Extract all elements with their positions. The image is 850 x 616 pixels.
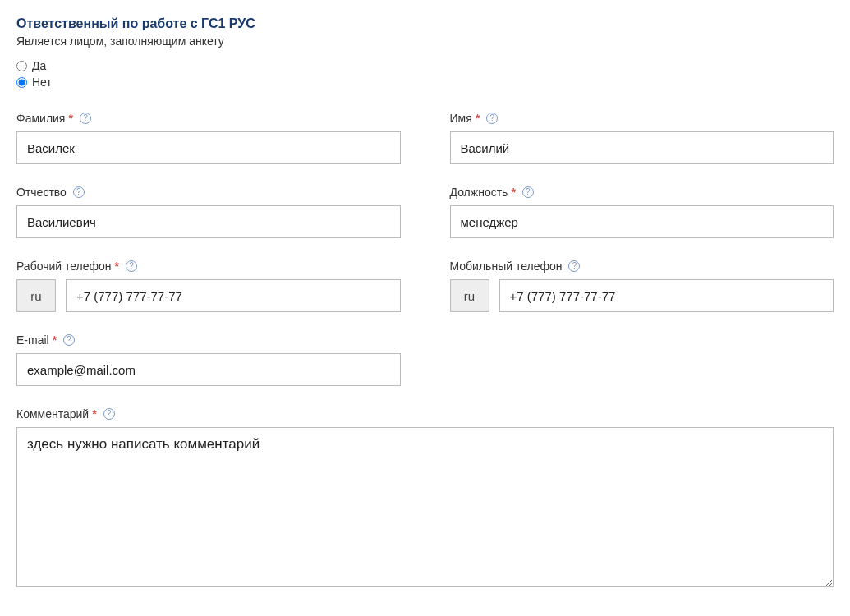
- required-asterisk: *: [92, 407, 96, 421]
- position-field: Должность * ?: [450, 186, 834, 238]
- help-icon[interactable]: ?: [486, 113, 498, 124]
- radio-no-label: Нет: [32, 76, 52, 89]
- radio-yes-row[interactable]: Да: [16, 59, 834, 72]
- email-field: E-mail * ?: [16, 333, 401, 386]
- mobile-phone-input[interactable]: [499, 279, 834, 312]
- mobile-phone-label: Мобильный телефон: [450, 260, 563, 273]
- comment-field: Комментарий * ? здесь нужно написать ком…: [16, 407, 834, 587]
- patronymic-input[interactable]: [16, 205, 401, 238]
- is-filler-radio-group: Да Нет: [16, 59, 834, 89]
- required-asterisk: *: [476, 112, 480, 125]
- lastname-label: Фамилия: [16, 112, 65, 125]
- help-icon[interactable]: ?: [63, 334, 75, 346]
- section-subtitle: Является лицом, заполняющим анкету: [16, 34, 834, 48]
- position-label: Должность: [450, 186, 508, 199]
- firstname-input[interactable]: [450, 131, 834, 164]
- patronymic-label: Отчество: [16, 186, 67, 199]
- mobile-phone-field: Мобильный телефон ? ru: [450, 260, 834, 312]
- radio-no-row[interactable]: Нет: [16, 76, 834, 89]
- lastname-input[interactable]: [16, 131, 401, 164]
- required-asterisk: *: [53, 333, 57, 347]
- help-icon[interactable]: ?: [80, 113, 91, 124]
- comment-label: Комментарий: [16, 407, 89, 421]
- help-icon[interactable]: ?: [522, 186, 534, 198]
- firstname-field: Имя * ?: [450, 112, 834, 164]
- help-icon[interactable]: ?: [126, 260, 137, 272]
- radio-no[interactable]: [16, 77, 27, 88]
- required-asterisk: *: [68, 112, 72, 125]
- email-label: E-mail: [16, 333, 49, 347]
- section-title: Ответственный по работе с ГС1 РУС: [16, 16, 834, 31]
- help-icon[interactable]: ?: [568, 260, 580, 272]
- required-asterisk: *: [115, 260, 119, 273]
- radio-yes-label: Да: [32, 59, 46, 72]
- radio-yes[interactable]: [16, 61, 27, 71]
- firstname-label: Имя: [450, 112, 472, 125]
- position-input[interactable]: [450, 205, 834, 238]
- required-asterisk: *: [511, 186, 515, 199]
- email-input[interactable]: [16, 353, 401, 386]
- help-icon[interactable]: ?: [103, 408, 115, 420]
- comment-textarea[interactable]: здесь нужно написать комментарий: [16, 427, 834, 587]
- work-phone-input[interactable]: [66, 279, 401, 312]
- lastname-field: Фамилия * ?: [16, 112, 401, 164]
- help-icon[interactable]: ?: [73, 186, 85, 198]
- work-phone-field: Рабочий телефон * ? ru: [16, 260, 401, 312]
- work-phone-label: Рабочий телефон: [16, 260, 112, 273]
- mobile-phone-country-prefix[interactable]: ru: [450, 279, 489, 312]
- patronymic-field: Отчество ?: [16, 186, 401, 238]
- work-phone-country-prefix[interactable]: ru: [16, 279, 56, 312]
